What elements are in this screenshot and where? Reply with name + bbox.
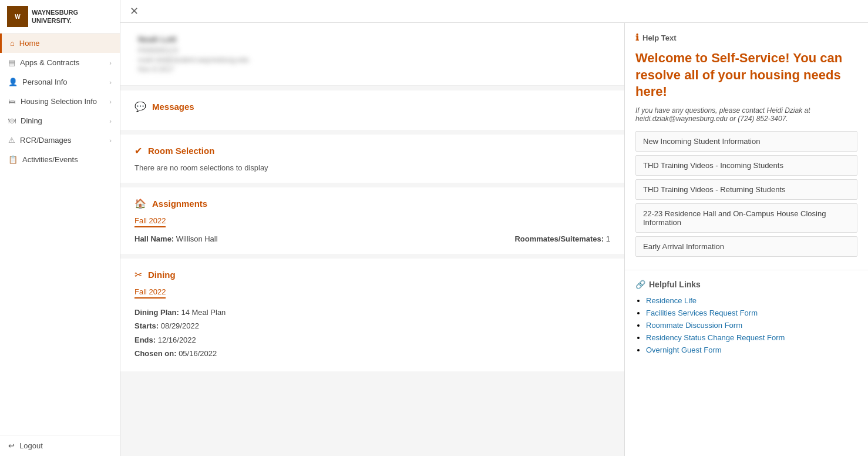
- logout-label: Logout: [19, 441, 43, 450]
- sidebar-item-activities[interactable]: 📋 Activities/Events: [0, 150, 120, 169]
- dining-ends-value: 12/16/2022: [158, 336, 196, 344]
- sidebar-item-rcr-label: RCR/Damages: [20, 136, 71, 145]
- dining-starts-value: 08/29/2022: [161, 321, 199, 330]
- sidebar-item-activities-label: Activities/Events: [22, 155, 78, 164]
- profile-name: Noah Lott: [138, 35, 607, 44]
- dining-starts-label: Starts:: [134, 321, 159, 330]
- housing-icon: 🛏: [8, 97, 16, 106]
- sidebar-item-personal-info[interactable]: 👤 Personal Info ›: [0, 72, 120, 92]
- messages-header: 💬 Messages: [134, 101, 610, 112]
- info-icon: ℹ: [635, 32, 639, 43]
- helpful-links-label: Helpful Links: [649, 280, 701, 289]
- assignments-header: 🏠 Assignments: [134, 198, 610, 209]
- sidebar-item-dining[interactable]: 🍽 Dining ›: [0, 111, 120, 130]
- dining-header: ✂ Dining: [134, 269, 610, 280]
- content-area: Noah Lott P000000123 noah.lott@student.w…: [120, 23, 868, 456]
- university-name: WAYNESBURGUNIVERSITY.: [32, 8, 78, 25]
- room-selection-icon: ✔: [134, 145, 142, 156]
- dining-icon: 🍽: [8, 116, 16, 125]
- assignment-row: Hall Name: Willison Hall Roommates/Suite…: [134, 234, 610, 243]
- personal-info-icon: 👤: [8, 78, 18, 86]
- sidebar-item-apps-contracts-label: Apps & Contracts: [20, 58, 79, 67]
- dining-section-icon: ✂: [134, 269, 142, 280]
- sidebar-item-housing-label: Housing Selection Info: [21, 97, 97, 106]
- logout-button[interactable]: ↩ Logout: [0, 435, 120, 456]
- room-selection-header: ✔ Room Selection: [134, 145, 610, 156]
- link-roommate-discussion[interactable]: Roommate Discussion Form: [646, 321, 742, 330]
- messages-icon: 💬: [134, 101, 146, 112]
- nav-items: ⌂ Home ▤ Apps & Contracts › 👤 Personal I…: [0, 33, 120, 435]
- list-item-residence-life: Residence Life: [646, 296, 857, 305]
- messages-title: Messages: [152, 102, 194, 112]
- sidebar-item-apps-contracts[interactable]: ▤ Apps & Contracts ›: [0, 53, 120, 72]
- sidebar: W WAYNESBURGUNIVERSITY. ⌂ Home ▤ Apps & …: [0, 0, 120, 456]
- dining-chosen-value: 05/16/2022: [179, 349, 217, 358]
- room-selection-empty: There are no room selections to display: [134, 163, 610, 172]
- profile-email: noah.lott@student.waynesburg.edu: [138, 56, 607, 64]
- chevron-right-icon: ›: [109, 137, 112, 144]
- profile-date: Nov 8 2017: [138, 65, 607, 73]
- dining-info: Dining Plan: 14 Meal Plan Starts: 08/29/…: [134, 306, 610, 361]
- sidebar-item-housing-selection[interactable]: 🛏 Housing Selection Info ›: [0, 92, 120, 111]
- helpful-links-list: Residence Life Facilities Services Reque…: [635, 296, 857, 354]
- link-overnight-guest[interactable]: Overnight Guest Form: [646, 346, 722, 354]
- link-residence-closing[interactable]: 22-23 Residence Hall and On-Campus House…: [635, 203, 857, 233]
- link-facilities[interactable]: Facilities Services Request Form: [646, 309, 758, 317]
- roommates-label: Roommates/Suitemates:: [514, 234, 604, 243]
- sidebar-item-dining-label: Dining: [21, 116, 42, 125]
- link-thd-returning[interactable]: THD Training Videos - Returning Students: [635, 179, 857, 200]
- profile-card: Noah Lott P000000123 noah.lott@student.w…: [120, 23, 624, 86]
- list-item-roommate-discussion: Roommate Discussion Form: [646, 321, 857, 330]
- university-logo-box: W: [7, 6, 28, 27]
- assignments-icon: 🏠: [134, 198, 146, 209]
- sidebar-item-home[interactable]: ⌂ Home: [0, 33, 120, 53]
- dining-ends-label: Ends:: [134, 336, 156, 344]
- list-item-overnight-guest: Overnight Guest Form: [646, 346, 857, 354]
- dining-tab[interactable]: Fall 2022: [134, 287, 166, 299]
- messages-section: 💬 Messages: [120, 90, 624, 130]
- list-item-residency-status: Residency Status Change Request Form: [646, 333, 857, 342]
- assignments-tab[interactable]: Fall 2022: [134, 216, 166, 227]
- assignments-title: Assignments: [152, 199, 207, 209]
- link-early-arrival[interactable]: Early Arrival Information: [635, 236, 857, 257]
- help-section: ℹ Help Text Welcome to Self-Service! You…: [625, 23, 868, 270]
- close-button[interactable]: ✕: [130, 5, 139, 18]
- helpful-links-header: 🔗 Helpful Links: [635, 280, 857, 289]
- chevron-right-icon: ›: [109, 98, 112, 105]
- list-item-facilities: Facilities Services Request Form: [646, 309, 857, 317]
- chevron-right-icon: ›: [109, 59, 112, 66]
- link-thd-incoming[interactable]: THD Training Videos - Incoming Students: [635, 155, 857, 176]
- dining-title: Dining: [148, 270, 176, 280]
- dining-plan-label: Dining Plan:: [134, 308, 179, 317]
- link-icon: 🔗: [635, 280, 645, 289]
- activities-icon: 📋: [8, 155, 18, 164]
- dining-section: ✂ Dining Fall 2022 Dining Plan: 14 Meal …: [120, 259, 624, 371]
- hall-name-label: Hall Name:: [134, 234, 174, 243]
- link-residence-life[interactable]: Residence Life: [646, 296, 697, 305]
- helpful-links-section: 🔗 Helpful Links Residence Life Facilitie…: [625, 270, 868, 367]
- dining-plan-value: 14 Meal Plan: [181, 308, 226, 317]
- hall-name-value: Willison Hall: [176, 234, 218, 243]
- sidebar-item-personal-info-label: Personal Info: [22, 78, 68, 86]
- sidebar-item-home-label: Home: [19, 39, 40, 48]
- apps-contracts-icon: ▤: [8, 58, 15, 67]
- link-new-incoming[interactable]: New Incoming Student Information: [635, 131, 857, 152]
- welcome-title: Welcome to Self-Service! You can resolve…: [635, 50, 857, 100]
- help-text-header: ℹ Help Text: [635, 32, 857, 43]
- right-panel: ℹ Help Text Welcome to Self-Service! You…: [624, 23, 868, 456]
- hall-name-field: Hall Name: Willison Hall: [134, 234, 218, 243]
- roommates-field: Roommates/Suitemates: 1: [514, 234, 610, 243]
- sidebar-logo: W WAYNESBURGUNIVERSITY.: [0, 0, 120, 33]
- room-selection-section: ✔ Room Selection There are no room selec…: [120, 135, 624, 183]
- logout-icon: ↩: [8, 441, 15, 450]
- roommates-value: 1: [606, 234, 610, 243]
- help-text-label: Help Text: [642, 33, 677, 42]
- rcr-icon: ⚠: [8, 136, 15, 145]
- sidebar-item-rcr-damages[interactable]: ⚠ RCR/Damages ›: [0, 130, 120, 150]
- home-icon: ⌂: [10, 39, 15, 48]
- room-selection-title: Room Selection: [148, 146, 214, 156]
- dining-chosen-label: Chosen on:: [134, 349, 177, 358]
- link-residency-status[interactable]: Residency Status Change Request Form: [646, 333, 785, 342]
- chevron-right-icon: ›: [109, 118, 112, 125]
- main-area: ✕ Noah Lott P000000123 noah.lott@student…: [120, 0, 868, 456]
